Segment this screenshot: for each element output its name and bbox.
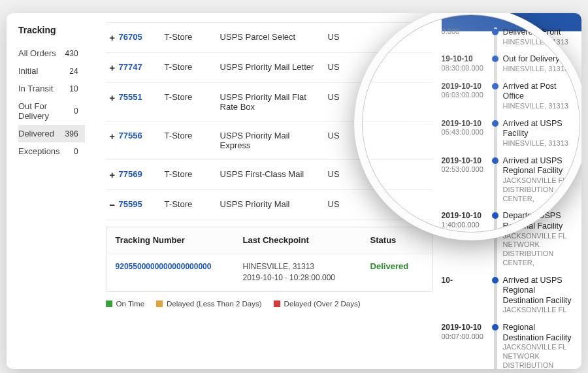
timeline-event-title: Arrived at USPS Facility <box>503 119 575 139</box>
timeline-body: Arrived at USPS FacilityHINESVILLE, 3131… <box>503 119 575 148</box>
timeline-time: 2019-10-101:40:00.000 <box>442 211 490 267</box>
order-id-link[interactable]: 77556 <box>119 131 165 140</box>
order-row: +75551T-StoreUSPS Priority Mail Flat Rat… <box>106 83 433 122</box>
col-header-tracking: Tracking Number <box>116 235 243 245</box>
timeline-event-location: JACKSONVILLE FL NETWORK DISTRIBUTION CEN… <box>503 232 575 268</box>
timeline-dot-icon <box>492 29 498 35</box>
timeline-dot-icon <box>492 277 498 284</box>
order-store: T-Store <box>165 32 220 42</box>
order-store: T-Store <box>165 199 220 209</box>
timeline-event: 2019-10-1005:43:00.000Arrived at USPS Fa… <box>442 116 575 154</box>
order-id-link[interactable]: 75595 <box>119 199 165 209</box>
timeline-event-location: HINESVILLE, 31313 <box>503 139 575 148</box>
order-store: T-Store <box>165 169 220 179</box>
sidebar-item-count: 0 <box>60 106 78 116</box>
timeline-event-location: JACKSONVILLE FL DISTRIBUTION CENTER, <box>503 176 575 203</box>
order-id-link[interactable]: 77747 <box>119 62 165 72</box>
sidebar-item-count: 430 <box>60 49 78 58</box>
sidebar-item-out-for-delivery[interactable]: Out For Delivery0 <box>18 97 85 125</box>
sidebar-item-all-orders[interactable]: All Orders430 <box>18 44 85 62</box>
timeline-event-location: HINESVILLE, 31313 <box>503 65 575 74</box>
timeline-pane: 0.000Delivered, FrontHINESVILLE, 3131319… <box>442 13 581 369</box>
sidebar-item-label: Initial <box>18 66 38 76</box>
timeline-dot-icon <box>492 157 498 164</box>
sidebar-item-label: Exceptions <box>18 146 60 156</box>
order-store: T-Store <box>165 131 220 140</box>
timeline-event: 0.000Delivered, FrontHINESVILLE, 31313 <box>442 25 575 52</box>
timeline-event-title: Arrived at USPS Regional Destination Fac… <box>503 276 575 306</box>
sidebar-item-count: 10 <box>60 84 78 93</box>
timeline-body: Arrived at USPS Regional Destination Fac… <box>503 276 575 316</box>
order-store: T-Store <box>165 92 220 102</box>
timeline-body: Regional Destination FacilityJACKSONVILL… <box>503 323 575 369</box>
swatch-orange-icon <box>156 300 163 307</box>
order-country: US <box>328 131 354 140</box>
order-row: +76705T-StoreUSPS Parcel SelectUS <box>106 22 433 53</box>
legend-on-time: On Time <box>106 300 144 308</box>
sidebar-item-exceptions[interactable]: Exceptions0 <box>18 142 85 160</box>
sidebar-item-label: Delivered <box>18 129 54 138</box>
sidebar-item-in-transit[interactable]: In Transit10 <box>18 80 85 97</box>
timeline-event: 10-Arrived at USPS Regional Destination … <box>442 273 575 321</box>
order-service: USPS First-Class Mail <box>220 169 328 179</box>
expand-toggle-icon[interactable]: − <box>106 199 119 210</box>
order-country: US <box>328 199 354 209</box>
timeline-event-location: HINESVILLE, 31313 <box>503 102 575 111</box>
sidebar-item-label: In Transit <box>18 84 53 93</box>
order-service: USPS Priority Mail Express <box>220 131 328 150</box>
sidebar: Tracking All Orders430Initial24In Transi… <box>7 13 85 369</box>
sidebar-item-delivered[interactable]: Delivered396 <box>18 125 85 142</box>
order-id-link[interactable]: 77569 <box>119 169 165 179</box>
app-window: Tracking All Orders430Initial24In Transi… <box>7 13 581 369</box>
timeline-event: 19-10-1008:30:00.000Out for DeliveryHINE… <box>442 52 575 78</box>
legend-delayed-gt2-label: Delayed (Over 2 Days) <box>284 300 361 308</box>
legend-delayed-lt2: Delayed (Less Than 2 Days) <box>156 300 262 308</box>
expand-toggle-icon[interactable]: + <box>106 131 119 142</box>
legend-delayed-lt2-label: Delayed (Less Than 2 Days) <box>167 300 262 308</box>
last-checkpoint-cell: HINESVILLE, 31313 2019-10-10 · 10:28:00.… <box>243 261 370 284</box>
expand-toggle-icon[interactable]: + <box>106 32 119 43</box>
expand-toggle-icon[interactable]: + <box>106 169 119 180</box>
timeline-event-location: JACKSONVILLE FL NETWORK DISTRIBUTION CEN… <box>503 343 575 369</box>
tracking-number-link[interactable]: 9205500000000000000000 <box>116 262 212 271</box>
timeline-event: 2019-10-101:40:00.000Departed USPS Regio… <box>442 208 575 272</box>
timeline-dot-icon <box>492 83 498 89</box>
sidebar-item-count: 0 <box>60 147 78 156</box>
order-store: T-Store <box>165 62 220 72</box>
timeline-event: 2019-10-1006:03:00.000Arrived at Post Of… <box>442 79 575 116</box>
order-id-link[interactable]: 75551 <box>119 92 165 102</box>
timeline-event-title: Delivered, Front <box>503 27 575 38</box>
timeline-event-location: HINESVILLE, 31313 <box>503 38 575 47</box>
sidebar-item-label: All Orders <box>18 48 56 58</box>
timeline-dot-icon <box>492 56 498 62</box>
order-country: US <box>328 32 354 42</box>
order-service: USPS Priority Mail <box>220 199 328 209</box>
col-header-status: Status <box>370 235 423 245</box>
timeline: 0.000Delivered, FrontHINESVILLE, 3131319… <box>442 21 575 369</box>
order-row: +77569T-StoreUSPS First-Class MailUS <box>106 160 433 190</box>
swatch-red-icon <box>274 300 280 307</box>
timeline-body: Delivered, FrontHINESVILLE, 31313 <box>503 27 575 46</box>
order-id-link[interactable]: 76705 <box>119 32 165 42</box>
timeline-body: Departed USPS Regional FacilityJACKSONVI… <box>503 211 575 267</box>
details-data-row: 9205500000000000000000 HINESVILLE, 31313… <box>106 253 432 291</box>
expand-toggle-icon[interactable]: + <box>106 62 119 73</box>
timeline-body: Out for DeliveryHINESVILLE, 31313 <box>503 54 575 73</box>
order-row: −75595T-StoreUSPS Priority MailUS <box>106 190 433 220</box>
timeline-event-title: Out for Delivery <box>503 54 575 65</box>
order-service: USPS Parcel Select <box>220 32 328 42</box>
timeline-dot-icon <box>492 212 498 219</box>
timeline-event: 2019-10-1002:53:00.000Arrived at USPS Re… <box>442 154 575 209</box>
expand-toggle-icon[interactable]: + <box>106 92 119 103</box>
tracking-details-box: Tracking Number Last Checkpoint Status 9… <box>106 227 433 292</box>
sidebar-item-initial[interactable]: Initial24 <box>18 62 85 80</box>
orders-table: +76705T-StoreUSPS Parcel SelectUS+77747T… <box>106 22 433 220</box>
timeline-event-location: JACKSONVILLE FL <box>503 306 575 315</box>
timeline-time: 2019-10-1002:53:00.000 <box>442 156 490 204</box>
timeline-time: 0.000 <box>442 27 490 46</box>
order-service: USPS Priority Mail Flat Rate Box <box>220 92 328 112</box>
timeline-dot-icon <box>492 120 498 127</box>
sidebar-title: Tracking <box>18 25 85 35</box>
checkpoint-time: 2019-10-10 · 10:28:00.000 <box>243 273 335 282</box>
timeline-body: Arrived at USPS Regional FacilityJACKSON… <box>503 156 575 204</box>
